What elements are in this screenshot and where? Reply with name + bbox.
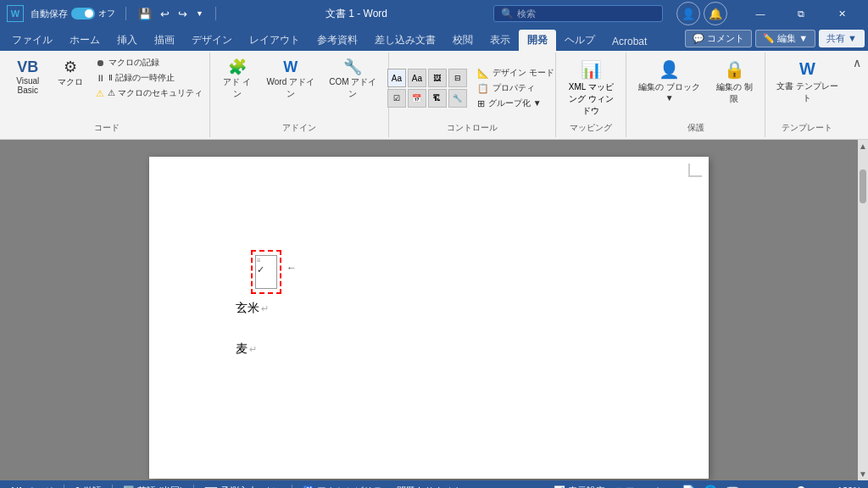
- macro-record-label: マクロの記録: [108, 57, 159, 69]
- checkbox-checked: ✓: [257, 264, 275, 275]
- tab-references[interactable]: 参考資料: [309, 30, 366, 51]
- more-icon[interactable]: ▼: [194, 8, 205, 19]
- tab-developer[interactable]: 開発: [519, 30, 556, 51]
- accessibility-icon: ♿: [303, 485, 314, 489]
- addin-button[interactable]: 🧩 アド イン: [215, 56, 258, 103]
- comment-button[interactable]: 💬 コメント: [685, 30, 752, 47]
- edit-block-button[interactable]: 👤 編集の ブロック ▼: [632, 56, 707, 106]
- save-icon[interactable]: 💾: [136, 6, 153, 22]
- macro-pause-label: Ⅱ 記録の一時停止: [108, 72, 175, 84]
- macro-security-button[interactable]: ⚠ ⚠ マクロのセキュリティ: [92, 86, 206, 100]
- addin-items: 🧩 アド イン W Word アドイン 🔧 COM アドイン: [215, 56, 383, 120]
- input-method[interactable]: ⌨ 予測入力: オン: [201, 485, 285, 489]
- redo-icon[interactable]: ↪: [176, 6, 189, 22]
- status-sep2: [112, 485, 113, 488]
- document-page: ≡ ✓ ← 玄米 ↵ 麦 ↵: [149, 157, 709, 479]
- checkbox-control[interactable]: ≡ ✓: [251, 250, 281, 294]
- com-addin-button[interactable]: 🔧 COM アドイン: [323, 56, 383, 103]
- code-items: VB Visual Basic ⚙ マクロ ⏺ マクロの記録 ⏸ Ⅱ 記録の一時…: [8, 56, 206, 120]
- mapping-group-label: マッピング: [570, 120, 612, 134]
- tab-design[interactable]: デザイン: [183, 30, 241, 51]
- tab-layout[interactable]: レイアウト: [241, 30, 309, 51]
- close-button[interactable]: ✕: [822, 0, 861, 27]
- window-controls: — ⧉ ✕: [741, 0, 861, 27]
- tab-help[interactable]: ヘルプ: [556, 30, 604, 51]
- checkbox-row: ≡ ✓ ←: [234, 241, 658, 294]
- tab-view[interactable]: 表示: [481, 30, 519, 51]
- view-settings-button[interactable]: 📊 表示設定: [550, 485, 609, 489]
- tab-home[interactable]: ホーム: [61, 30, 108, 51]
- ribbon-right-buttons: 💬 コメント ✏️ 編集 ▼ 共有 ▼: [685, 30, 865, 51]
- pause-icon: ⏸: [96, 73, 105, 83]
- text-genmai: 玄米: [236, 301, 259, 316]
- accessibility-status[interactable]: ♿ アクセシビリティ: 問題ありません: [299, 485, 465, 489]
- web-view-button[interactable]: 🌐: [701, 483, 720, 488]
- search-input[interactable]: [517, 8, 644, 19]
- check-control-btn[interactable]: ☑: [387, 89, 406, 108]
- block-icon: 👤: [659, 59, 680, 80]
- xml-icon: 📊: [581, 59, 602, 80]
- macro-button[interactable]: ⚙ マクロ: [50, 56, 91, 92]
- edit-restrict-button[interactable]: 🔒 編集の 制限: [709, 56, 760, 108]
- tab-acrobat[interactable]: Acrobat: [604, 32, 655, 51]
- web-view-icon: 🌐: [704, 485, 717, 489]
- tab-insert[interactable]: 挿入: [108, 30, 146, 51]
- tab-draw[interactable]: 描画: [146, 30, 183, 51]
- document-scroll[interactable]: ≡ ✓ ← 玄米 ↵ 麦 ↵: [0, 140, 858, 480]
- restore-button[interactable]: ⧉: [782, 0, 821, 27]
- search-box[interactable]: 🔍: [493, 5, 663, 22]
- vertical-scrollbar[interactable]: ▲ ▼: [858, 140, 868, 480]
- read-view-icon: 📖: [726, 485, 739, 489]
- input-label: 予測入力: オン: [220, 485, 281, 489]
- tab-mailings[interactable]: 差し込み文書: [366, 30, 444, 51]
- legacy-btn[interactable]: 🔧: [448, 89, 467, 108]
- focus-button[interactable]: ⊡ フォーカス: [612, 485, 676, 489]
- macro-pause-button[interactable]: ⏸ Ⅱ 記録の一時停止: [92, 71, 206, 85]
- page-indicator[interactable]: 1/1 ページ: [7, 485, 57, 489]
- macro-record-button[interactable]: ⏺ マクロの記録: [92, 56, 206, 69]
- warning-icon: ⚠: [96, 88, 104, 99]
- combo-control-btn[interactable]: ⊟: [448, 69, 467, 87]
- image-control-btn[interactable]: 🖼: [428, 69, 447, 87]
- focus-icon: ⊡: [615, 485, 623, 489]
- autosave-section[interactable]: 自動保存 オフ: [31, 8, 115, 20]
- xml-mapping-button[interactable]: 📊 XML マッピング ウィンドウ: [561, 56, 620, 120]
- titlebar-quick-access: 💾 ↩ ↪ ▼: [136, 6, 205, 22]
- document-template-button[interactable]: W 文書 テンプレート: [771, 56, 844, 108]
- visual-basic-button[interactable]: VB Visual Basic: [8, 56, 48, 98]
- design-mode-button[interactable]: 📐 デザイン モード: [474, 66, 558, 80]
- tab-file[interactable]: ファイル: [3, 30, 61, 51]
- controls-items: Aa Aa 🖼 ⊟ ☑ 📅 🏗 🔧 📐 デザイン: [387, 56, 558, 120]
- scroll-thumb[interactable]: [860, 169, 866, 203]
- tab-review[interactable]: 校閲: [444, 30, 481, 51]
- macro-icon: ⚙: [64, 59, 77, 75]
- bell-icon[interactable]: 🔔: [704, 2, 727, 25]
- macro-security-label: ⚠ マクロのセキュリティ: [108, 87, 203, 99]
- date-control-btn[interactable]: 📅: [408, 89, 426, 108]
- text-control-btn2[interactable]: Aa: [408, 69, 426, 87]
- comment-icon: 💬: [693, 33, 704, 44]
- ribbon-group-code: VB Visual Basic ⚙ マクロ ⏺ マクロの記録 ⏸ Ⅱ 記録の一時…: [3, 53, 210, 137]
- collapse-ribbon-button[interactable]: ∧: [853, 56, 861, 69]
- undo-icon[interactable]: ↩: [159, 6, 171, 22]
- scroll-up-button[interactable]: ▲: [857, 140, 868, 152]
- mapping-items: 📊 XML マッピング ウィンドウ: [561, 56, 620, 120]
- text-control-btn[interactable]: Aa: [387, 69, 406, 87]
- word-addin-button[interactable]: W Word アドイン: [260, 56, 321, 103]
- properties-button[interactable]: 📋 プロパティ: [474, 81, 558, 95]
- scroll-down-button[interactable]: ▼: [857, 468, 868, 480]
- edit-button[interactable]: ✏️ 編集 ▼: [755, 30, 815, 47]
- group-button[interactable]: ⊞ グループ化 ▼: [474, 97, 558, 110]
- user-account-icon[interactable]: 👤: [676, 2, 700, 25]
- language-indicator[interactable]: 🔤 英語 (米国): [120, 485, 186, 489]
- share-button[interactable]: 共有 ▼: [819, 30, 865, 47]
- print-view-button[interactable]: 📄: [679, 483, 698, 488]
- minimize-button[interactable]: —: [741, 0, 780, 27]
- building-block-btn[interactable]: 🏗: [428, 89, 447, 108]
- template-items: W 文書 テンプレート: [771, 56, 844, 120]
- word-count[interactable]: 6 単語: [71, 485, 104, 489]
- autosave-toggle[interactable]: [71, 8, 95, 19]
- search-icon: 🔍: [501, 8, 514, 19]
- record-icon: ⏺: [96, 58, 105, 68]
- read-view-button[interactable]: 📖: [723, 483, 742, 488]
